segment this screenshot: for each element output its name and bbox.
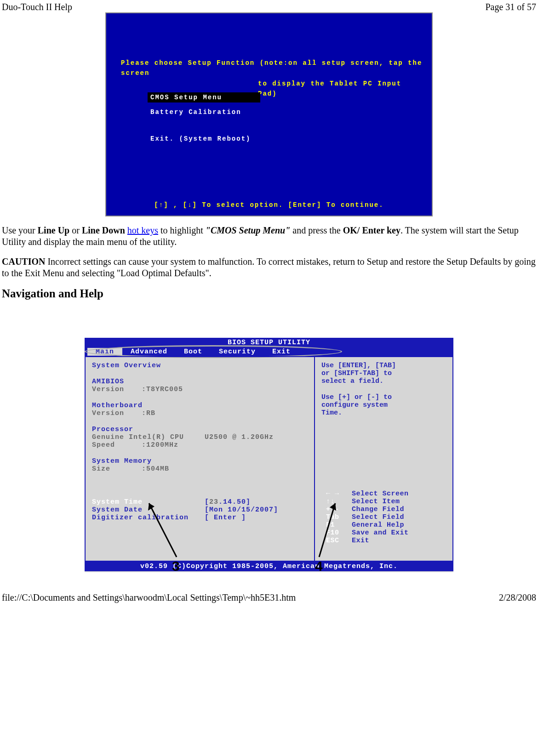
key-row-select-field: TabSelect Field (326, 513, 448, 521)
amibios-version-row: Version :T8YRC005 (92, 386, 308, 393)
txt: or (69, 225, 82, 235)
time-rest: .14.50] (218, 498, 251, 506)
memory-title: System Memory (92, 457, 308, 465)
footer-path: file://C:\Documents and Settings\harwood… (2, 592, 296, 603)
callout-4: 4 (315, 558, 323, 574)
memory-size-value: :504MB (142, 465, 169, 473)
time-hh: 23 (209, 498, 218, 506)
key-plus-minus: + - (326, 506, 352, 513)
footer-date: 2/28/2008 (499, 592, 536, 603)
motherboard-version-value: :RB (142, 409, 155, 417)
bios1-menu-exit: Exit. (System Reboot) (150, 135, 251, 142)
system-date-row: System Date [Mon 10/15/2007] (92, 506, 308, 514)
tab-boot: Boot (176, 348, 211, 356)
key-row-exit: ESCExit (326, 537, 448, 545)
system-time-value: [23.14.50] (205, 498, 251, 506)
help-text-1: Use [ENTER], [TAB] (321, 362, 446, 369)
tab-main: Main (87, 348, 122, 356)
help-text-6: Time. (321, 409, 446, 417)
line-down-label: Line Down (82, 225, 125, 235)
key-row-change-field: + -Change Field (326, 506, 448, 513)
bios-setup-function-screenshot: Please choose Setup Function (note:on al… (105, 12, 433, 216)
digitizer-label: Digitizer calibration (92, 514, 205, 522)
page-footer: file://C:\Documents and Settings\harwood… (0, 591, 538, 605)
key-f10: F10 (326, 529, 352, 537)
key-row-general-help: F1General Help (326, 521, 448, 529)
help-text-4: Use [+] or [-] to (321, 393, 446, 401)
key-desc: Select Screen (352, 490, 409, 498)
system-time-label: System Time (92, 498, 205, 506)
page-header: Duo-Touch II Help Page 31 of 57 (0, 0, 538, 12)
line-up-label: Line Up (38, 225, 69, 235)
header-title: Duo-Touch II Help (2, 2, 72, 12)
processor-cpu-value: U2500 @ 1.20GHz (205, 433, 274, 441)
processor-speed-value: :1200MHz (142, 441, 178, 449)
paragraph-caution: CAUTION Incorrect settings can cause you… (0, 256, 538, 279)
editable-fields: System Time [23.14.50] System Date [Mon … (92, 498, 308, 522)
caution-label: CAUTION (2, 256, 45, 267)
ok-enter-key-label: OK/ Enter key (343, 225, 401, 235)
key-arrows-ud-icon: ↑↓ (326, 498, 352, 506)
heading-navigation: Navigation and Help (0, 287, 538, 300)
system-time-row: System Time [23.14.50] (92, 498, 308, 506)
bios1-menu-battery: Battery Calibration (150, 108, 241, 116)
txt: and press the (290, 225, 343, 235)
bios2-copyright: v02.59 (C)Copyright 1985-2005, American … (85, 562, 453, 571)
system-date-value: [Mon 10/15/2007] (205, 506, 278, 514)
key-desc: Change Field (352, 506, 404, 513)
processor-speed-row: Speed :1200MHz (92, 441, 308, 449)
bios-setup-utility-screenshot: BIOS SETUP UTILITY Main Advanced Boot Se… (85, 338, 453, 572)
digitizer-row: Digitizer calibration [ Enter ] (92, 514, 308, 522)
key-row-select-screen: ← →Select Screen (326, 490, 448, 498)
bios2-tab-bar: Main Advanced Boot Security Exit (85, 347, 453, 356)
key-hints: ← →Select Screen ↑↓Select Item + -Change… (326, 490, 448, 545)
callout-3: 3 (172, 558, 180, 574)
bios1-menu-cmos: CMOS Setup Menu (148, 92, 260, 102)
processor-speed-label: Speed (92, 441, 142, 449)
memory-size-label: Size (92, 465, 142, 473)
motherboard-version-row: Version :RB (92, 409, 308, 417)
system-overview-label: System Overview (92, 362, 308, 369)
bios2-title: BIOS SETUP UTILITY (85, 338, 453, 347)
motherboard-version-label: Version (92, 409, 142, 417)
processor-title: Processor (92, 426, 308, 433)
amibios-version-label: Version (92, 386, 142, 393)
tab-exit: Exit (264, 348, 299, 356)
key-arrows-lr-icon: ← → (326, 490, 352, 498)
txt: Use your (2, 225, 38, 235)
digitizer-value: [ Enter ] (205, 514, 246, 522)
help-text-3: select a field. (321, 377, 446, 385)
key-row-select-item: ↑↓Select Item (326, 498, 448, 506)
help-text-2: or [SHIFT-TAB] to (321, 369, 446, 377)
processor-cpu-label: Genuine Intel(R) CPU (92, 433, 205, 441)
bios2-body: System Overview AMIBIOS Version :T8YRC00… (85, 356, 453, 562)
system-date-label: System Date (92, 506, 205, 514)
key-desc: Exit (352, 537, 369, 545)
caution-text: Incorrect settings can cause your system… (2, 256, 536, 278)
cmos-setup-menu-quote: "CMOS Setup Menu" (206, 225, 290, 235)
amibios-title: AMIBIOS (92, 378, 308, 386)
tab-security: Security (211, 348, 264, 356)
help-text-5: configure system (321, 401, 446, 409)
key-tab: Tab (326, 513, 352, 521)
key-esc: ESC (326, 537, 352, 545)
bios-utility-figure: 1 2 BIOS SETUP UTILITY Main Advanced Boo… (85, 338, 453, 572)
key-row-save-exit: F10Save and Exit (326, 529, 448, 537)
txt: to highlight (158, 225, 206, 235)
tab-advanced: Advanced (122, 348, 176, 356)
key-desc: Select Item (352, 498, 400, 506)
paragraph-usage: Use your Line Up or Line Down hot keys t… (0, 225, 538, 248)
hot-keys-link[interactable]: hot keys (127, 225, 158, 235)
motherboard-title: Motherboard (92, 402, 308, 409)
key-desc: Select Field (352, 513, 404, 521)
key-f1: F1 (326, 521, 352, 529)
amibios-version-value: :T8YRC005 (142, 386, 183, 393)
bios2-left-panel: System Overview AMIBIOS Version :T8YRC00… (85, 356, 315, 562)
key-desc: General Help (352, 521, 404, 529)
processor-cpu-row: Genuine Intel(R) CPU U2500 @ 1.20GHz (92, 433, 308, 441)
bracket: [ (205, 498, 209, 506)
key-desc: Save and Exit (352, 529, 409, 537)
bios2-right-panel: Use [ENTER], [TAB] or [SHIFT-TAB] to sel… (315, 356, 453, 562)
header-page: Page 31 of 57 (485, 2, 536, 12)
bios1-prompt-line1: Please choose Setup Function (note:on al… (121, 58, 423, 79)
